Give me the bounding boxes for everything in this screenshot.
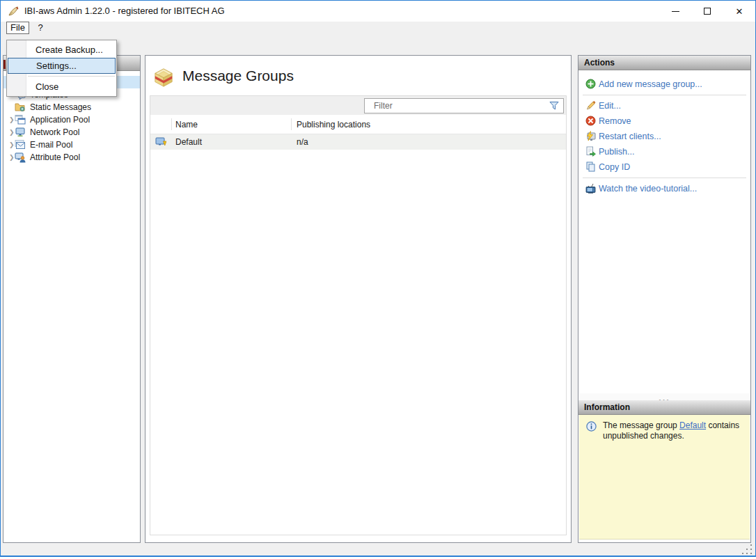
action-remove[interactable]: Remove bbox=[578, 113, 750, 129]
attribute-pool-icon bbox=[15, 152, 26, 163]
expand-chevron-icon[interactable]: ❯ bbox=[3, 154, 15, 161]
sidebar-item-application-pool[interactable]: ❯ Application Pool bbox=[3, 113, 140, 126]
information-header: Information bbox=[578, 400, 750, 415]
filter-funnel-icon[interactable] bbox=[549, 100, 560, 111]
column-separator bbox=[171, 118, 172, 130]
actions-separator bbox=[583, 178, 746, 178]
maximize-icon bbox=[704, 8, 711, 15]
sidebar-item-label: Application Pool bbox=[30, 115, 90, 125]
sidebar-item-label: Static Messages bbox=[30, 102, 91, 112]
menu-separator bbox=[28, 76, 115, 77]
main-panel: Message Groups Name Publishing locations bbox=[145, 55, 572, 543]
minimize-icon bbox=[672, 11, 679, 12]
video-tutorial-icon bbox=[585, 183, 596, 194]
remove-icon bbox=[585, 116, 596, 126]
panel-splitter[interactable]: ••• bbox=[579, 393, 750, 400]
filter-band bbox=[150, 96, 566, 115]
table-header: Name Publishing locations bbox=[150, 115, 566, 134]
sidebar-item-label: E-mail Pool bbox=[30, 140, 72, 150]
action-edit[interactable]: Edit... bbox=[578, 98, 750, 113]
status-bar bbox=[1, 543, 755, 556]
actions-header: Actions bbox=[578, 56, 750, 70]
app-window: IBI-aws Admin 1.22.0 - registered for IB… bbox=[0, 0, 756, 557]
email-pool-icon bbox=[15, 139, 26, 150]
action-add-new-message-group[interactable]: Add new message group... bbox=[578, 77, 750, 92]
menu-item-close[interactable]: Close bbox=[7, 79, 116, 95]
action-restart-clients[interactable]: Restart clients... bbox=[578, 129, 750, 144]
window-title: IBI-aws Admin 1.22.0 - registered for IB… bbox=[24, 1, 225, 22]
restart-clients-icon bbox=[585, 131, 596, 141]
publish-icon bbox=[585, 146, 596, 157]
header-icon-sliver bbox=[3, 60, 6, 69]
action-copy-id[interactable]: Copy ID bbox=[578, 159, 750, 175]
expand-chevron-icon[interactable]: ❯ bbox=[3, 141, 15, 148]
sidebar-item-attribute-pool[interactable]: ❯ Attribute Pool bbox=[3, 151, 140, 164]
expand-chevron-icon[interactable]: ❯ bbox=[3, 116, 15, 123]
copy-id-icon bbox=[585, 162, 596, 172]
column-header-publishing-locations[interactable]: Publishing locations bbox=[297, 115, 370, 134]
network-pool-icon bbox=[15, 127, 26, 138]
cell-publishing-locations: n/a bbox=[297, 134, 308, 150]
actions-panel: Actions Add new message group... Edit... bbox=[578, 55, 751, 543]
table-row[interactable]: Default n/a bbox=[150, 134, 566, 150]
title-bar: IBI-aws Admin 1.22.0 - registered for IB… bbox=[1, 1, 755, 22]
close-button[interactable]: ✕ bbox=[723, 1, 755, 22]
sidebar-item-label: Attribute Pool bbox=[30, 152, 80, 162]
menu-help[interactable]: ? bbox=[34, 22, 47, 34]
message-groups-list: Name Publishing locations Default n/a bbox=[150, 95, 567, 535]
page-title: Message Groups bbox=[182, 68, 294, 84]
sidebar-item-label: Network Pool bbox=[30, 127, 79, 137]
sidebar-item-network-pool[interactable]: ❯ Network Pool bbox=[3, 126, 140, 139]
column-header-name[interactable]: Name bbox=[175, 115, 198, 134]
menu-item-settings[interactable]: Settings... bbox=[8, 58, 116, 74]
static-messages-icon bbox=[15, 102, 26, 113]
close-icon: ✕ bbox=[736, 7, 743, 16]
app-logo-icon bbox=[8, 6, 19, 17]
navigation-panel: Message Groups Templates Static Me bbox=[3, 55, 141, 543]
application-pool-icon bbox=[15, 114, 26, 125]
maximize-button[interactable] bbox=[691, 1, 723, 22]
sidebar-item-email-pool[interactable]: ❯ E-mail Pool bbox=[3, 139, 140, 151]
sidebar-item-static-messages[interactable]: Static Messages bbox=[3, 101, 140, 113]
add-icon bbox=[585, 79, 596, 89]
info-text: The message group bbox=[603, 420, 679, 430]
filter-input[interactable] bbox=[365, 100, 549, 111]
column-separator bbox=[291, 118, 292, 130]
message-group-row-icon bbox=[155, 136, 166, 148]
information-body: The message group Default contains unpub… bbox=[579, 415, 750, 540]
resize-grip[interactable] bbox=[742, 544, 752, 554]
message-groups-header-icon bbox=[153, 67, 174, 88]
info-icon bbox=[586, 421, 597, 432]
menu-item-create-backup[interactable]: Create Backup... bbox=[7, 42, 116, 58]
filter-box bbox=[364, 98, 564, 113]
menu-bar: File ? bbox=[1, 22, 755, 34]
default-group-link[interactable]: Default bbox=[679, 420, 706, 430]
cell-name: Default bbox=[175, 134, 202, 150]
edit-icon bbox=[585, 100, 596, 111]
actions-list: Add new message group... Edit... Remove bbox=[578, 70, 750, 196]
action-watch-video-tutorial[interactable]: Watch the video-tutorial... bbox=[578, 181, 750, 196]
minimize-button[interactable] bbox=[659, 1, 691, 22]
expand-chevron-icon[interactable]: ❯ bbox=[3, 129, 15, 136]
action-publish[interactable]: Publish... bbox=[578, 144, 750, 159]
file-menu-popup: Create Backup... Settings... Close bbox=[6, 40, 117, 97]
menu-file[interactable]: File bbox=[6, 22, 29, 34]
actions-separator bbox=[583, 95, 746, 95]
